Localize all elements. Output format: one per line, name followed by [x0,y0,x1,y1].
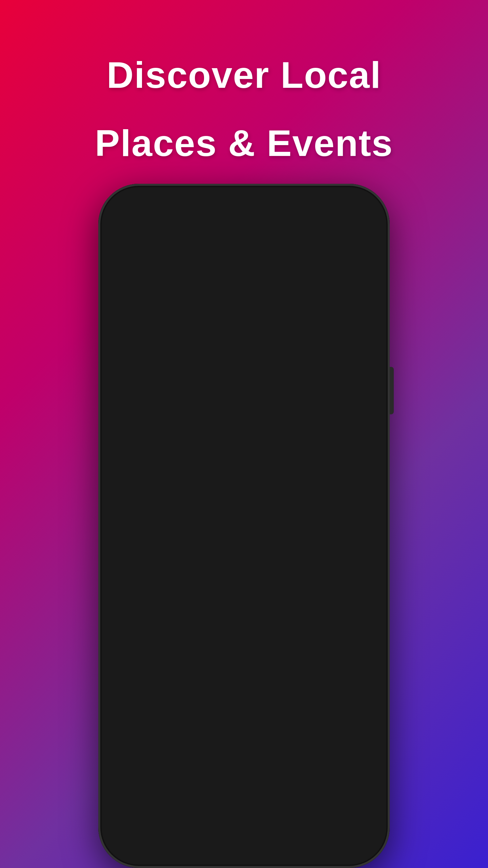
card-ten-partial[interactable]: Ten… [320,558,361,633]
card-img-takeaway-1 [119,668,214,702]
card-label-crown: Crown Sydney [220,602,314,623]
headline: Discover Local Places & Events [95,27,393,163]
amusement-cards-row: North Ryde GolfClub Crown Sydney [108,558,380,638]
phone-screen: 2:34 ▼▮ Near Me - Places MAP EVENTS [108,204,380,848]
card-label-nova-mantra: Nova MantraIndian Restaurant [119,382,214,412]
app-header: Near Me - Places MAP EVENTS [108,231,380,264]
card-img-bridge [220,448,314,492]
card-label-bridgeclimb: BridgeClimbSydney [220,492,314,522]
card-label-kasalong: Kasalong ThaiCuisine [220,382,314,412]
card-sydney-partial[interactable]: Sydn… [320,448,361,522]
nav-label-home: Home [120,745,147,756]
card-takeaway-1[interactable] [119,668,214,702]
card-img-nob [320,338,361,382]
card-img-bowling [320,558,361,602]
takeaway-cards-row [108,668,380,708]
search-bar: Search Near Me [108,264,380,310]
card-kasalong[interactable]: Kasalong ThaiCuisine [220,338,314,412]
card-img-nova-mantra [119,338,214,382]
local-services-icon [326,722,343,743]
restaurant-section-title: Restaurant [108,317,380,338]
nav-item-amenities[interactable]: ⊞ Amenities [171,723,216,755]
card-label-golf: North Ryde GolfClub [119,602,214,633]
card-img-opera [119,448,214,492]
local-attractions-cards-row: Sydney OperaHouse [108,448,380,528]
svg-rect-5 [220,489,314,492]
nav-label-amenities: Amenities [171,744,216,755]
search-icon [137,276,155,294]
status-right: ▼▮ [343,210,363,225]
home-icon: ⌂ [128,722,139,743]
section-local-attractions: Local Attractions Sydney OperaHouse [108,420,380,531]
status-time: 2:34 [147,210,173,225]
amenities-icon: ⊞ [187,723,200,742]
camera-icon [125,211,138,224]
card-label-nob: NobChines… [320,382,361,412]
section-restaurant: Restaurant Nova MantraIndian Restaurant [108,310,380,420]
card-crown[interactable]: Crown Sydney [220,558,314,633]
local-attractions-title: Local Attractions [108,427,380,448]
card-img-casino [220,558,314,602]
amusement-title: Amusement/Entertainment [108,537,380,558]
status-bar: 2:34 ▼▮ [108,204,380,231]
card-golf[interactable]: North Ryde GolfClub [119,558,214,633]
nav-label-local-services: Local Services [301,746,367,757]
card-img-sydney [320,448,361,492]
header-actions: MAP EVENTS [277,240,363,254]
restaurant-cards-row: Nova MantraIndian Restaurant Kasalong Th… [108,338,380,418]
nav-item-local-services[interactable]: Local Services [301,722,367,757]
status-left: 2:34 [125,210,173,225]
card-sydney-opera[interactable]: Sydney OperaHouse [119,448,214,522]
headline-line1: Discover Local [95,54,393,95]
section-takeaway: Takeaway [108,641,380,710]
headline-line2: Places & Events [95,122,393,163]
nav-item-near-me[interactable]: 📍 Near Me [240,722,277,757]
card-nova-mantra[interactable]: Nova MantraIndian Restaurant [119,338,214,412]
wifi-icon: ▼▮ [343,210,363,225]
takeaway-title: Takeaway [108,648,380,668]
card-label-opera: Sydney OperaHouse [119,492,214,522]
phone-device: 2:34 ▼▮ Near Me - Places MAP EVENTS [98,184,390,868]
nav-item-home[interactable]: ⌂ Home [120,722,147,756]
card-img-golf [119,558,214,602]
app-title: Near Me - Places [125,237,254,256]
card-label-ten-partial: Ten… [320,602,361,622]
card-nob-chinese[interactable]: NobChines… [320,338,361,412]
search-placeholder: Search Near Me [161,278,260,293]
events-button[interactable]: EVENTS [314,240,363,254]
map-button[interactable]: MAP [277,240,304,254]
section-amusement: Amusement/Entertainment [108,531,380,641]
bottom-nav: ⌂ Home ⊞ Amenities 📍 Near Me Local Servi… [108,710,380,768]
card-label-sydney-partial: Sydn… [320,492,361,512]
card-bridgeclimb[interactable]: BridgeClimbSydney [220,448,314,522]
card-img-kasalong [220,338,314,382]
svg-line-1 [147,287,150,289]
main-content: Restaurant Nova MantraIndian Restaurant [108,310,380,710]
near-me-icon: 📍 [247,722,270,743]
search-input-wrap[interactable]: Search Near Me [125,270,363,301]
nav-label-near-me: Near Me [240,746,277,757]
